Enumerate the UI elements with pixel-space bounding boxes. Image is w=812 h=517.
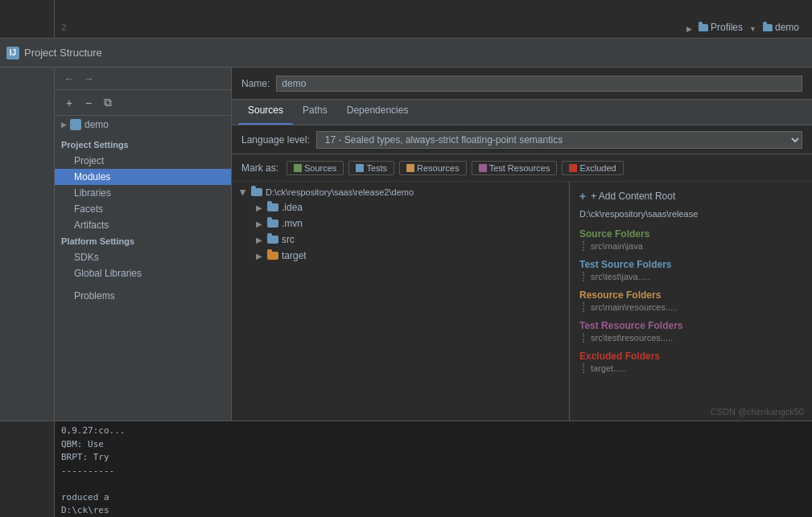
add-button[interactable]: + (61, 95, 77, 111)
terminal: 0,9.27:co... QBM: Use BRPT: Try --------… (0, 421, 812, 517)
test-source-folder-path: src\test\java..... (583, 272, 802, 281)
test-resource-folders-section: Test Resource Folders src\test\resources… (579, 320, 802, 343)
title-bar: IJ Project Structure (0, 39, 812, 68)
copy-button[interactable]: ⧉ (100, 95, 116, 111)
mark-as-label: Mark as: (241, 162, 278, 174)
module-demo-item[interactable]: ▶ demo (55, 116, 231, 133)
sidebar-item-artifacts[interactable]: Artifacts (55, 217, 231, 233)
resource-folders-title: Resource Folders (579, 289, 802, 301)
plus-icon: + (579, 190, 586, 203)
resources-color-icon (406, 164, 414, 172)
language-level-label: Language level: (241, 134, 310, 146)
mvn-folder-icon (267, 220, 278, 228)
terminal-content: 0,9.27:co... QBM: Use BRPT: Try --------… (55, 421, 812, 517)
resource-folders-section: Resource Folders src\main\resources..... (579, 289, 802, 312)
name-input[interactable] (276, 76, 802, 92)
demo-chevron: ▼ (749, 25, 756, 33)
idea-chevron: ▶ (254, 203, 264, 212)
profiles-folder-icon (699, 24, 708, 31)
test-source-folders-section: Test Source Folders src\test\java..... (579, 259, 802, 281)
terminal-line-7: D:\ck\res (61, 504, 806, 517)
add-content-root-label: + Add Content Root (591, 191, 675, 202)
language-level-row: Language level: 17 - Sealed types, alway… (232, 125, 812, 154)
row-number: 2 (61, 23, 67, 33)
content-area: ▶ D:\ck\respository\saas\release2\demo ▶… (232, 182, 812, 421)
project-settings-header: Project Settings (55, 137, 231, 153)
content-root-path: D:\ck\respository\saas\release (579, 209, 802, 219)
platform-settings-header: Platform Settings (55, 233, 231, 249)
terminal-line-5 (61, 478, 806, 491)
test-resource-folder-path: src\test\resources..... (583, 333, 802, 343)
tab-paths[interactable]: Paths (293, 100, 337, 125)
mark-excluded-button[interactable]: Excluded (562, 161, 623, 175)
excluded-folders-title: Excluded Folders (579, 351, 802, 362)
info-panel: + + Add Content Root D:\ck\respository\s… (570, 182, 812, 421)
forward-button[interactable]: → (80, 71, 97, 87)
mark-sources-button[interactable]: Sources (286, 161, 344, 175)
name-label: Name: (241, 78, 270, 89)
terminal-line-6: roduced a (61, 491, 806, 505)
idea-folder-icon (267, 203, 278, 211)
mvn-label: .mvn (282, 218, 303, 229)
sidebar-item-modules[interactable]: Modules (55, 169, 231, 185)
window-title: Project Structure (24, 47, 102, 59)
app-icon: IJ (6, 47, 19, 59)
mark-resources-button[interactable]: Resources (399, 161, 467, 175)
resource-folder-path: src\main\resources..... (583, 302, 802, 312)
language-level-select[interactable]: 17 - Sealed types, always-strict floatin… (316, 131, 802, 149)
profiles-label[interactable]: Profiles (711, 22, 743, 33)
src-folder-icon (267, 236, 278, 244)
remove-button[interactable]: − (80, 95, 97, 111)
sidebar-item-problems[interactable]: Problems (55, 288, 231, 304)
idea-label: .idea (282, 202, 303, 213)
terminal-line-2: QBM: Use (61, 438, 806, 452)
target-chevron: ▶ (254, 252, 264, 261)
tab-sources[interactable]: Sources (238, 100, 293, 125)
root-folder-icon (251, 188, 262, 196)
source-folders-title: Source Folders (579, 228, 802, 240)
mvn-chevron: ▶ (254, 220, 264, 228)
file-tree-root[interactable]: ▶ D:\ck\respository\saas\release2\demo (232, 185, 569, 199)
file-tree-mvn[interactable]: ▶ .mvn (232, 215, 569, 232)
test-source-folders-title: Test Source Folders (579, 259, 802, 270)
tests-color-icon (356, 164, 364, 172)
source-folder-path: src\main\java (583, 241, 802, 251)
excluded-folders-section: Excluded Folders target..... (579, 351, 802, 373)
root-path-label: D:\ck\respository\saas\release2\demo (266, 187, 414, 197)
name-row: Name: (232, 68, 812, 100)
right-panel: Name: Sources Paths Dependencies Languag… (232, 68, 812, 421)
add-content-root-button[interactable]: + + Add Content Root (579, 190, 802, 203)
target-label: target (282, 250, 307, 261)
file-tree-target[interactable]: ▶ target (232, 248, 569, 264)
file-tree-idea[interactable]: ▶ .idea (232, 199, 569, 215)
test-resource-folders-title: Test Resource Folders (579, 320, 802, 331)
terminal-line-3: BRPT: Try (61, 451, 806, 465)
excluded-color-icon (569, 164, 577, 172)
demo-module-icon (70, 119, 81, 130)
src-chevron: ▶ (254, 236, 264, 244)
terminal-line-1: 0,9.27:co... (61, 425, 806, 438)
root-chevron: ▶ (239, 187, 248, 197)
tab-dependencies[interactable]: Dependencies (337, 100, 418, 125)
sidebar-item-sdks[interactable]: SDKs (55, 249, 231, 265)
terminal-sidebar (0, 421, 55, 517)
file-tree-src[interactable]: ▶ src (232, 232, 569, 248)
sidebar-item-global-libraries[interactable]: Global Libraries (55, 265, 231, 281)
sidebar-item-facets[interactable]: Facets (55, 201, 231, 217)
demo-folder-icon (763, 24, 773, 31)
mark-tests-button[interactable]: Tests (348, 161, 394, 175)
panel-nav: ← → (55, 68, 231, 90)
back-button[interactable]: ← (61, 71, 77, 87)
sidebar-item-project[interactable]: Project (55, 153, 231, 169)
excluded-folder-path: target..... (583, 363, 802, 373)
terminal-line-4: ---------- (61, 465, 806, 478)
mark-test-resources-button[interactable]: Test Resources (472, 161, 558, 175)
sidebar-item-libraries[interactable]: Libraries (55, 185, 231, 201)
mark-as-row: Mark as: Sources Tests Resources Test Re… (232, 154, 812, 182)
profiles-chevron: ▶ (686, 25, 692, 33)
test-resources-color-icon (479, 164, 487, 172)
panel-toolbar: + − ⧉ (55, 90, 231, 116)
file-tree: ▶ D:\ck\respository\saas\release2\demo ▶… (232, 182, 570, 421)
target-folder-icon (267, 252, 278, 260)
demo-profile-label[interactable]: demo (775, 22, 799, 33)
